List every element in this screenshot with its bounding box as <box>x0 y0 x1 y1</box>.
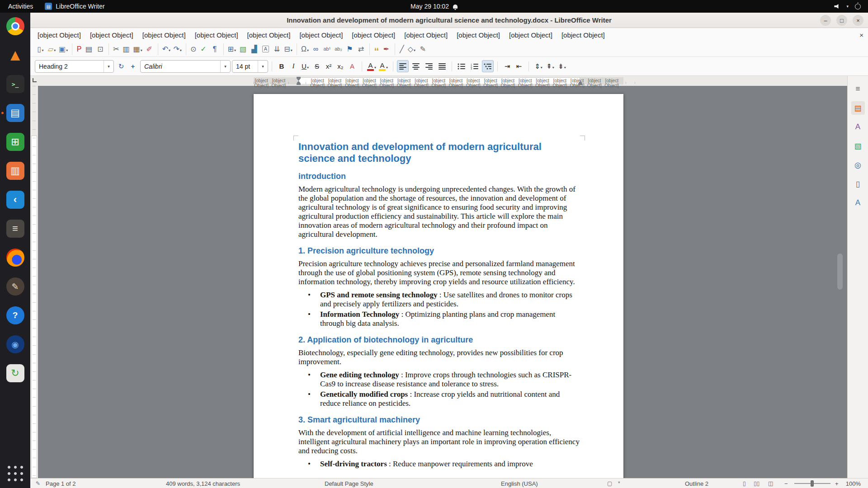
outline-list-button[interactable] <box>482 60 494 72</box>
clone-formatting[interactable]: ✐ <box>144 43 155 55</box>
print[interactable]: ▤ <box>83 43 94 55</box>
single-page-view-icon[interactable]: ▯ <box>743 479 746 488</box>
book-view-icon[interactable]: ◫ <box>768 479 773 488</box>
save[interactable]: ▣ <box>57 43 69 55</box>
insert-special-character[interactable]: Ω <box>297 43 310 55</box>
navigator-deck[interactable]: ◎ <box>851 158 865 172</box>
track-changes[interactable]: ✒ <box>381 43 392 55</box>
system-status-menu[interactable]: ▾ <box>834 4 868 9</box>
vlc[interactable]: ▲ <box>5 44 26 66</box>
menu-item[interactable]: [object Object] <box>557 29 609 41</box>
libreoffice-impress[interactable]: ▥ <box>5 160 26 182</box>
libreoffice-calc[interactable]: ⊞ <box>5 131 26 153</box>
document-page[interactable]: Innovation and development of modern agr… <box>254 94 623 478</box>
decrease-paragraph-spacing[interactable]: ⇟ <box>556 60 568 72</box>
dropdown-arrow-icon[interactable] <box>541 62 542 70</box>
document-modified-icon[interactable]: ✎ <box>36 479 40 488</box>
insert-endnote[interactable]: ab₂ <box>333 43 344 55</box>
chevron-down-icon[interactable] <box>258 61 268 72</box>
dropdown-arrow-icon[interactable] <box>414 45 415 53</box>
align-center-button[interactable] <box>410 60 422 72</box>
properties-deck[interactable]: ▤ <box>851 101 865 115</box>
firefox[interactable] <box>5 247 26 268</box>
align-left-button[interactable] <box>397 60 409 72</box>
insert-hyperlink[interactable]: ∞ <box>310 43 321 55</box>
redo[interactable]: ↷ <box>172 43 183 55</box>
menu-item[interactable]: [object Object] <box>33 29 85 41</box>
chrome[interactable] <box>5 15 26 37</box>
page-deck[interactable]: ▯ <box>851 177 865 191</box>
help[interactable]: ? <box>5 305 26 326</box>
print-preview[interactable]: ⊡ <box>94 43 106 55</box>
export-pdf[interactable]: P <box>72 43 83 55</box>
unsaved-changes-icon[interactable]: * <box>618 479 620 488</box>
dropdown-arrow-icon[interactable] <box>180 45 182 53</box>
paste[interactable]: ▦ <box>132 43 144 55</box>
language-status[interactable]: English (USA) <box>501 479 538 488</box>
libreoffice-writer[interactable]: ▤ <box>5 102 26 124</box>
ordered-list-button[interactable]: 123 <box>469 60 481 72</box>
menu-item[interactable]: [object Object] <box>243 29 295 41</box>
dropdown-arrow-icon[interactable] <box>307 62 309 70</box>
zoom-slider-thumb[interactable] <box>811 480 814 487</box>
insert-bookmark[interactable]: ⚑ <box>344 43 355 55</box>
style-inspector-deck[interactable]: A <box>851 196 865 210</box>
terminal[interactable]: >_ <box>5 73 26 95</box>
insert-line[interactable]: ╱ <box>395 43 406 55</box>
multi-page-view-icon[interactable]: ▯▯ <box>754 479 760 488</box>
page-number-status[interactable]: Page 1 of 2 <box>46 479 76 488</box>
menu-item[interactable]: [object Object] <box>452 29 505 41</box>
menu-item[interactable]: [object Object] <box>85 29 138 41</box>
insert-footnote[interactable]: ab¹ <box>321 43 333 55</box>
gallery-deck[interactable]: ▧ <box>851 139 865 153</box>
open-file[interactable]: ▱ <box>46 43 57 55</box>
insert-table[interactable]: ⊞ <box>223 43 237 55</box>
insert-page-break[interactable]: ⇊ <box>271 43 283 55</box>
clock-menu[interactable]: May 29 10:02 <box>410 3 458 10</box>
vscode[interactable]: ‹ <box>5 189 26 211</box>
increase-paragraph-spacing[interactable]: ⇞ <box>544 60 556 72</box>
bold[interactable]: B <box>276 60 288 72</box>
dropdown-arrow-icon[interactable] <box>291 45 292 53</box>
menu-item[interactable]: [object Object] <box>400 29 452 41</box>
dropdown-arrow-icon[interactable] <box>374 62 376 70</box>
insert-image[interactable]: ▧ <box>237 43 249 55</box>
vertical-scrollbar-thumb[interactable] <box>837 253 843 290</box>
clear-direct-formatting[interactable]: A <box>346 60 358 72</box>
menu-item[interactable]: [object Object] <box>505 29 557 41</box>
dropdown-arrow-icon[interactable] <box>552 62 554 70</box>
close-button[interactable]: × <box>853 15 863 26</box>
freeform-line[interactable]: ✎ <box>417 43 429 55</box>
italic[interactable]: I <box>288 60 299 72</box>
sidebar-settings[interactable]: ≡ <box>851 82 865 96</box>
decrease-indent[interactable]: ⇤ <box>513 60 525 72</box>
selection-mode-icon[interactable]: ▢ <box>607 479 612 488</box>
dropdown-arrow-icon[interactable] <box>234 45 236 53</box>
new-document[interactable]: ▯ <box>35 43 46 55</box>
app-grid[interactable] <box>5 463 26 484</box>
menu-item[interactable]: [object Object] <box>347 29 400 41</box>
activities-button[interactable]: Activities <box>8 3 33 10</box>
insert-field[interactable]: ⊟ <box>283 43 294 55</box>
dropdown-arrow-icon[interactable] <box>386 62 388 70</box>
spelling-check[interactable]: ✓ <box>198 43 209 55</box>
maximize-button[interactable]: □ <box>836 15 847 26</box>
outline-level-status[interactable]: Outline 2 <box>685 479 708 488</box>
dropdown-arrow-icon[interactable] <box>66 45 68 53</box>
insert-comment[interactable]: “ <box>369 43 381 55</box>
basic-shapes[interactable]: ◇ <box>406 43 417 55</box>
document-content[interactable]: Innovation and development of modern agr… <box>298 141 580 469</box>
styles-deck[interactable]: A <box>851 120 865 134</box>
find-and-replace[interactable]: ⊙ <box>186 43 198 55</box>
strikethrough[interactable]: S <box>311 60 323 72</box>
insert-cross-reference[interactable]: ⇄ <box>355 43 367 55</box>
zoom-percent[interactable]: 100% <box>846 479 861 488</box>
font-color[interactable]: A <box>366 60 377 72</box>
close-document-icon[interactable]: × <box>859 31 863 39</box>
subscript[interactable]: x₂ <box>335 60 346 72</box>
gimp[interactable]: ✎ <box>5 276 26 297</box>
insert-chart[interactable]: ▟ <box>249 43 260 55</box>
horizontal-ruler[interactable]: [object Object][object Object] [object O… <box>30 76 847 86</box>
copy[interactable]: ▥ <box>121 43 132 55</box>
dropdown-arrow-icon[interactable] <box>42 45 43 53</box>
